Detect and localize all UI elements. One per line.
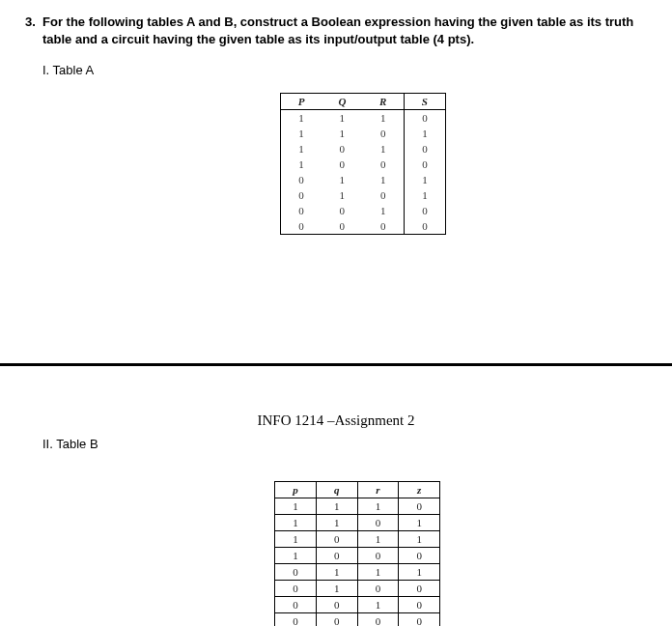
- table-b-cell: 0: [275, 597, 317, 613]
- table-a-cell: 0: [322, 156, 362, 172]
- table-a-cell: 0: [363, 126, 405, 141]
- table-a: P Q R S 1 1 1 0 1 1 0 1: [280, 93, 446, 235]
- table-a-cell: 0: [322, 203, 362, 218]
- table-a-cell: 0: [281, 172, 322, 187]
- table-b-cell: 0: [275, 613, 317, 627]
- table-b-cell: 0: [357, 515, 399, 531]
- table-b-cell: 0: [316, 531, 357, 548]
- table-b-row: 0 1 1 1: [275, 564, 440, 581]
- section-a-label: I. Table A: [42, 63, 647, 77]
- table-b-header-p: p: [275, 482, 317, 498]
- table-a-cell: 0: [404, 156, 445, 172]
- table-a-cell: 1: [363, 141, 405, 156]
- table-b-cell: 1: [316, 498, 357, 515]
- table-a-cell: 0: [281, 203, 322, 218]
- table-b-cell: 1: [275, 531, 317, 548]
- table-a-cell: 0: [404, 110, 445, 127]
- table-b-cell: 0: [399, 548, 440, 564]
- table-a-header-r: R: [363, 94, 405, 110]
- table-a-row: 1 1 1 0: [281, 110, 446, 127]
- table-b-cell: 0: [275, 564, 317, 581]
- question-number: 3.: [25, 14, 42, 31]
- table-a-row: 0 1 1 1: [281, 172, 446, 187]
- table-b-row: 0 1 0 0: [275, 581, 440, 597]
- table-a-cell: 1: [363, 172, 405, 187]
- table-b-cell: 1: [357, 531, 399, 548]
- table-b-container: p q r z 1 1 1 0 1 1 0 1: [274, 481, 440, 626]
- table-a-cell: 0: [322, 218, 362, 235]
- table-a-header-row: P Q R S: [281, 94, 446, 110]
- table-a-cell: 0: [404, 141, 445, 156]
- table-b-cell: 1: [357, 498, 399, 515]
- table-a-cell: 1: [404, 172, 445, 187]
- table-b-cell: 0: [357, 548, 399, 564]
- table-a-cell: 0: [404, 203, 445, 218]
- table-b-cell: 0: [399, 581, 440, 597]
- table-a-cell: 0: [363, 187, 405, 203]
- table-b-cell: 1: [275, 498, 317, 515]
- table-a-row: 0 1 0 1: [281, 187, 446, 203]
- table-b-cell: 0: [399, 597, 440, 613]
- table-b-header-q: q: [316, 482, 357, 498]
- table-a-row: 1 0 0 0: [281, 156, 446, 172]
- table-a-cell: 1: [281, 156, 322, 172]
- table-b-cell: 1: [275, 548, 317, 564]
- table-a-container: P Q R S 1 1 1 0 1 1 0 1: [280, 93, 446, 235]
- table-a-cell: 1: [322, 110, 362, 127]
- page-divider: [0, 363, 672, 366]
- table-a-header-s: S: [404, 94, 445, 110]
- table-a-row: 1 0 1 0: [281, 141, 446, 156]
- table-b-cell: 1: [316, 564, 357, 581]
- table-a-cell: 0: [404, 218, 445, 235]
- section-b-label: II. Table B: [42, 437, 98, 451]
- table-a-row: 0 0 1 0: [281, 203, 446, 218]
- table-a-cell: 1: [281, 126, 322, 141]
- table-a-cell: 0: [281, 187, 322, 203]
- table-b-cell: 1: [357, 564, 399, 581]
- table-a-cell: 1: [281, 110, 322, 127]
- table-b-cell: 0: [316, 613, 357, 627]
- table-a-cell: 1: [322, 126, 362, 141]
- table-a-cell: 0: [281, 218, 322, 235]
- assignment-title: INFO 1214 –Assignment 2: [0, 413, 672, 429]
- table-b-header-row: p q r z: [275, 482, 440, 498]
- table-b-cell: 1: [399, 515, 440, 531]
- question-text: For the following tables A and B, constr…: [42, 14, 647, 47]
- table-a-row: 0 0 0 0: [281, 218, 446, 235]
- table-b-cell: 0: [399, 613, 440, 627]
- page: 3. For the following tables A and B, con…: [0, 0, 672, 626]
- table-a-cell: 1: [404, 187, 445, 203]
- table-b-cell: 0: [357, 613, 399, 627]
- table-a-cell: 1: [404, 126, 445, 141]
- table-b-row: 1 0 0 0: [275, 548, 440, 564]
- table-b: p q r z 1 1 1 0 1 1 0 1: [274, 481, 440, 626]
- table-b-header-r: r: [357, 482, 399, 498]
- table-a-row: 1 1 0 1: [281, 126, 446, 141]
- table-a-cell: 0: [363, 218, 405, 235]
- table-b-row: 1 0 1 1: [275, 531, 440, 548]
- question-row: 3. For the following tables A and B, con…: [25, 14, 647, 47]
- table-b-cell: 1: [275, 515, 317, 531]
- table-b-row: 1 1 1 0: [275, 498, 440, 515]
- table-a-header-p: P: [281, 94, 322, 110]
- table-b-cell: 1: [316, 515, 357, 531]
- table-a-cell: 1: [363, 203, 405, 218]
- table-b-row: 0 0 0 0: [275, 613, 440, 627]
- table-a-cell: 1: [363, 110, 405, 127]
- table-b-cell: 1: [357, 597, 399, 613]
- table-b-cell: 1: [316, 581, 357, 597]
- table-a-cell: 1: [281, 141, 322, 156]
- table-b-cell: 0: [399, 498, 440, 515]
- table-b-cell: 0: [316, 597, 357, 613]
- table-a-cell: 1: [322, 187, 362, 203]
- table-a-cell: 0: [322, 141, 362, 156]
- table-b-header-z: z: [399, 482, 440, 498]
- table-b-cell: 0: [316, 548, 357, 564]
- table-b-cell: 0: [275, 581, 317, 597]
- table-a-header-q: Q: [322, 94, 362, 110]
- table-b-row: 0 0 1 0: [275, 597, 440, 613]
- table-b-cell: 1: [399, 531, 440, 548]
- table-b-row: 1 1 0 1: [275, 515, 440, 531]
- table-b-cell: 0: [357, 581, 399, 597]
- table-a-cell: 0: [363, 156, 405, 172]
